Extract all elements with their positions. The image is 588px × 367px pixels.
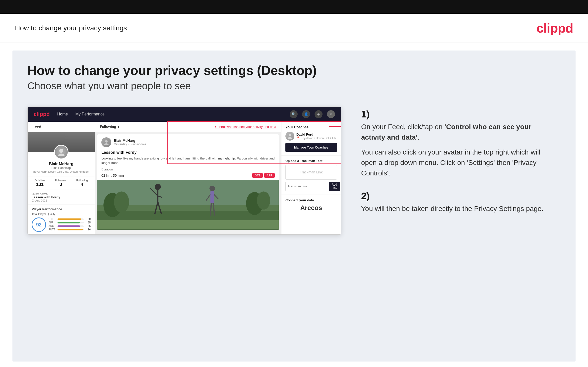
following-bar: Following ▾ Control who can see your act… [95, 122, 281, 132]
app-feed: Following ▾ Control who can see your act… [95, 122, 281, 234]
header: How to change your privacy settings clip… [0, 14, 588, 43]
trackman-section: Upload a Trackman Test Trackman Link Add… [281, 156, 341, 195]
post-user-info: Blair McHarg Yesterday · Sunningdale [114, 139, 146, 146]
profile-name: Blair McHarg [31, 162, 92, 166]
stat-following: Following 4 [76, 179, 88, 187]
add-link-button[interactable]: Add Link [329, 182, 340, 191]
trackman-link-input[interactable] [285, 182, 327, 191]
page-subheading: Choose what you want people to see [27, 80, 561, 92]
profile-avatar [54, 145, 68, 159]
tpq-score: 92 [32, 217, 46, 232]
chevron-down-icon: ▾ [118, 125, 119, 129]
nav-my-performance[interactable]: My Performance [75, 112, 104, 116]
page-heading: How to change your privacy settings (Des… [27, 63, 561, 78]
golf-image [97, 180, 279, 230]
search-icon[interactable]: 🔍 [290, 110, 298, 118]
control-privacy-link[interactable]: Control who can see your activity and da… [215, 125, 276, 129]
location-icon: 📍 [296, 136, 300, 140]
tag-app: APP [264, 173, 275, 178]
svg-point-25 [288, 137, 292, 139]
svg-point-24 [289, 134, 291, 136]
svg-point-0 [59, 149, 63, 153]
latest-label: Latest Activity [32, 192, 91, 195]
content-area: How to change your privacy settings (Des… [12, 51, 576, 362]
profile-handicap: Plus Handicap [31, 166, 92, 170]
profile-stats: Activities 131 Followers 3 Following 4 [28, 176, 95, 190]
page-title: How to change your privacy settings [15, 24, 127, 32]
player-performance: Player Performance Total Player Quality … [28, 205, 95, 234]
main-layout: clippd Home My Performance 🔍 👤 ⊕ ▼ Feed [27, 106, 561, 235]
post-username: Blair McHarg [114, 139, 146, 143]
coach-club-name: Royal North Devon Golf Club [301, 137, 336, 140]
svg-point-18 [209, 186, 215, 191]
nav-home[interactable]: Home [57, 112, 68, 116]
feed-tab[interactable]: Feed [28, 122, 95, 132]
post-card: Blair McHarg Yesterday · Sunningdale Les… [97, 134, 279, 230]
stat-followers-value: 3 [55, 182, 66, 187]
instruction-1: 1) On your Feed, click/tap on 'Control w… [361, 109, 556, 178]
latest-activity: Latest Activity Lesson with Fordy 03 Aug… [28, 190, 95, 205]
post-description: Looking to feel like my hands are exitin… [97, 156, 279, 168]
post-header: Blair McHarg Yesterday · Sunningdale [97, 134, 279, 150]
connect-title: Connect your data [285, 198, 337, 202]
profile-club: Royal North Devon Golf Club, United King… [31, 170, 92, 173]
app-navbar: clippd Home My Performance 🔍 👤 ⊕ ▼ [28, 107, 341, 122]
stat-activities: Activities 131 [34, 179, 45, 187]
top-bar [0, 0, 588, 14]
tpq-label: Total Player Quality [32, 212, 91, 215]
coach-item: David Ford 📍 Royal North Devon Golf Club [285, 132, 337, 141]
following-dropdown[interactable]: Following ▾ [100, 125, 119, 129]
arccos-brand: Arccos [285, 204, 337, 212]
app-body: Feed Blair McHarg Plus Handicap Royal No… [28, 122, 341, 234]
app-right-sidebar: Your Coaches David Ford 📍 Royal North De… [281, 122, 341, 234]
settings-icon[interactable]: ⊕ [315, 110, 323, 118]
svg-point-11 [257, 192, 270, 210]
coaches-title: Your Coaches [285, 125, 337, 129]
trackman-title: Upload a Trackman Test [285, 159, 337, 163]
instructions-panel: 1) On your Feed, click/tap on 'Control w… [356, 106, 561, 229]
instruction-1-num: 1) [361, 109, 556, 120]
tpq-bar-app: APP 85 [49, 221, 91, 224]
tag-ott: OTT [252, 173, 263, 178]
post-tags: OTT APP [252, 173, 275, 178]
manage-coaches-button[interactable]: Manage Your Coaches [285, 143, 337, 152]
coach-info: David Ford 📍 Royal North Devon Golf Club [296, 133, 336, 140]
post-duration-value: 01 hr : 30 min [101, 173, 124, 177]
stat-followers: Followers 3 [55, 179, 66, 187]
svg-rect-6 [97, 220, 279, 229]
stat-activities-label: Activities [34, 179, 45, 182]
instruction-2: 2) You will then be taken directly to th… [361, 191, 556, 214]
instruction-2-num: 2) [361, 191, 556, 202]
post-user-avatar [101, 137, 111, 147]
tpq-bar-ott: OTT 90 [49, 218, 91, 220]
stat-activities-value: 131 [34, 182, 45, 187]
tpq-row: 92 OTT 90 APP 85 [32, 217, 91, 232]
tpq-bar-arg: ARG 86 [49, 225, 91, 227]
trackman-input-row: Add Link [285, 182, 337, 191]
stat-followers-label: Followers [55, 179, 66, 182]
trackman-placeholder: Trackman Link [285, 165, 337, 180]
connect-section: Connect your data Arccos [281, 195, 341, 215]
svg-point-12 [155, 184, 161, 190]
svg-point-3 [104, 143, 109, 145]
player-perf-title: Player Performance [32, 207, 91, 211]
tpq-bar-putt: PUTT 96 [49, 228, 91, 231]
clippd-logo: clippd [536, 21, 573, 36]
instruction-1-text: On your Feed, click/tap on 'Control who … [361, 122, 556, 143]
app-mockup: clippd Home My Performance 🔍 👤 ⊕ ▼ Feed [27, 106, 341, 235]
svg-point-9 [114, 192, 129, 213]
instruction-2-text: You will then be taken directly to the P… [361, 204, 556, 214]
tpq-bars: OTT 90 APP 85 ARG [49, 218, 91, 232]
nav-icons: 🔍 👤 ⊕ ▼ [290, 110, 335, 118]
latest-date: 03 Aug 2022 [32, 199, 91, 202]
user-icon[interactable]: 👤 [302, 110, 310, 118]
app-left-sidebar: Feed Blair McHarg Plus Handicap Royal No… [28, 122, 95, 234]
avatar-icon[interactable]: ▼ [327, 110, 335, 118]
profile-avatar-wrap [54, 145, 68, 159]
post-title: Lesson with Fordy [97, 150, 279, 156]
svg-rect-19 [210, 191, 214, 204]
duration-label: Duration [101, 168, 113, 171]
coach-name: David Ford [296, 133, 336, 136]
app-logo: clippd [34, 111, 50, 117]
svg-point-1 [58, 154, 65, 156]
